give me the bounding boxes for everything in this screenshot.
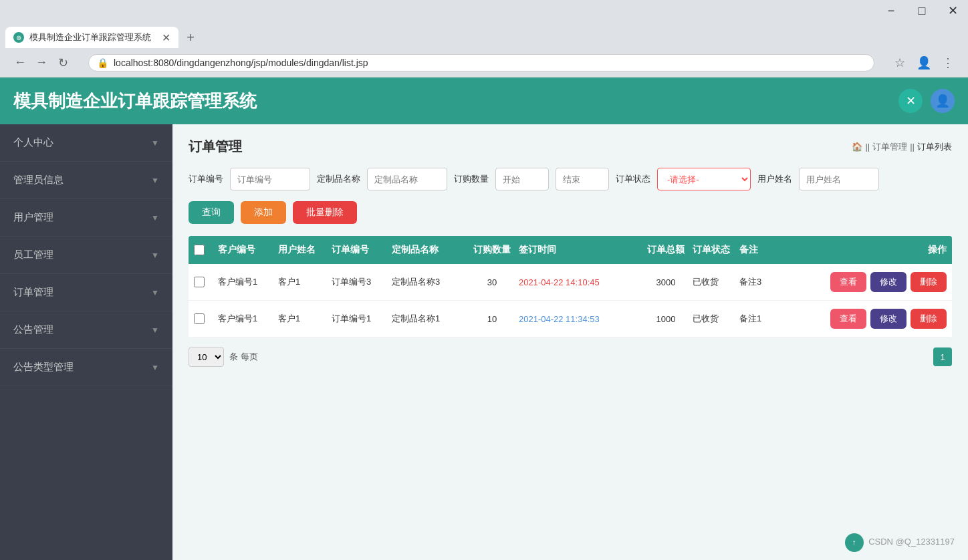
search-bar: 订单编号 定制品名称 订购数量 订单状态 -请选择- 已收货 待发货 已发货 已… [189,168,952,190]
status-label: 订单状态 [616,173,650,185]
row2-customer-id: 客户编号1 [218,313,278,325]
row1-customer-id: 客户编号1 [218,276,278,288]
chevron-down-icon: ▼ [151,138,159,148]
row2-quantity: 10 [465,314,519,324]
close-button[interactable]: ✕ [937,0,968,21]
table-wrapper: 客户编号 用户姓名 订单编号 定制品名称 订购数量 签订时间 订单总额 订单状态… [189,236,952,337]
row1-sign-time: 2021-04-22 14:10:45 [519,277,639,287]
row2-status: 已收货 [693,313,739,325]
breadcrumb-sep2: || [910,142,915,152]
page-header: 订单管理 🏠 || 订单管理 || 订单列表 [189,138,952,156]
sidebar-item-staff-management[interactable]: 员工管理 ▼ [0,237,172,274]
batch-delete-button[interactable]: 批量删除 [293,201,357,224]
table-row: 客户编号1 客户1 订单编号3 定制品名称3 30 2021-04-22 14:… [189,264,952,301]
app-title: 模具制造企业订单跟踪管理系统 [13,90,257,113]
row2-remark: 备注1 [739,313,779,325]
sidebar-item-admin-info[interactable]: 管理员信息 ▼ [0,162,172,199]
action-bar: 查询 添加 批量删除 [189,201,952,224]
row1-edit-button[interactable]: 修改 [870,272,906,292]
sidebar-item-personal-center[interactable]: 个人中心 ▼ [0,124,172,162]
quantity-start-input[interactable] [495,168,549,190]
row2-delete-button[interactable]: 删除 [911,309,947,329]
add-button[interactable]: 添加 [241,201,286,224]
select-all-checkbox[interactable] [194,245,205,255]
bookmark-button[interactable]: ☆ [890,53,909,72]
row2-edit-button[interactable]: 修改 [870,309,906,329]
page-1-button[interactable]: 1 [933,347,952,366]
home-icon[interactable]: 🏠 [852,142,862,152]
sidebar-item-notice-management[interactable]: 公告管理 ▼ [0,311,172,349]
row2-actions: 查看 修改 删除 [779,309,947,329]
row2-total: 1000 [639,314,693,324]
row1-delete-button[interactable]: 删除 [911,272,947,292]
row2-order-id: 订单编号1 [332,313,392,325]
chevron-down-icon: ▼ [151,251,159,260]
minimize-button[interactable]: − [876,0,906,21]
new-tab-button[interactable]: + [181,28,200,47]
url-input[interactable] [114,57,866,68]
tab-title: 模具制造企业订单跟踪管理系统 [29,31,151,43]
profile-button[interactable]: 👤 [915,53,933,72]
breadcrumb: 🏠 || 订单管理 || 订单列表 [852,141,952,153]
reload-button[interactable]: ↻ [53,53,72,72]
col-header-status: 订单状态 [693,244,739,256]
col-header-total: 订单总额 [639,244,693,256]
chevron-down-icon: ▼ [151,363,159,372]
per-page-select[interactable]: 10 20 50 [189,347,224,367]
settings-icon-button[interactable]: ✕ [898,89,923,113]
row1-checkbox[interactable] [194,277,205,287]
username-input[interactable] [799,168,879,190]
back-button[interactable]: ← [11,53,29,72]
chevron-down-icon: ▼ [151,176,159,185]
menu-button[interactable]: ⋮ [939,53,957,72]
quantity-end-input[interactable] [556,168,609,190]
breadcrumb-sep1: || [865,142,870,152]
per-page-label: 条 每页 [229,351,258,363]
main-content: 订单管理 🏠 || 订单管理 || 订单列表 订单编号 定制品名称 订购数量 [172,124,968,560]
row1-username: 客户1 [278,276,332,288]
product-name-input[interactable] [367,168,447,190]
browser-tab[interactable]: ⊕ 模具制造企业订单跟踪管理系统 ✕ [5,27,178,48]
lock-icon: 🔒 [97,57,108,68]
breadcrumb-item2: 订单列表 [917,141,952,153]
chevron-down-icon: ▼ [151,213,159,223]
row1-order-id: 订单编号3 [332,276,392,288]
row2-product-name: 定制品名称1 [392,313,465,325]
row1-view-button[interactable]: 查看 [830,272,866,292]
user-icon-button[interactable]: 👤 [931,89,955,113]
row1-total: 3000 [639,277,693,287]
col-header-actions: 操作 [779,244,947,256]
product-name-label: 定制品名称 [317,173,360,185]
forward-button[interactable]: → [32,53,51,72]
row1-actions: 查看 修改 删除 [779,272,947,292]
watermark: ↑ CSDN @Q_12331197 [845,533,955,552]
row1-quantity: 30 [465,277,519,287]
sidebar-item-notice-type-management[interactable]: 公告类型管理 ▼ [0,349,172,386]
col-header-customer-id: 客户编号 [218,244,278,256]
col-header-order-id: 订单编号 [332,244,392,256]
search-button[interactable]: 查询 [189,201,234,224]
table-header: 客户编号 用户姓名 订单编号 定制品名称 订购数量 签订时间 订单总额 订单状态… [189,236,952,264]
quantity-label: 订购数量 [454,173,489,185]
table-row: 客户编号1 客户1 订单编号1 定制品名称1 10 2021-04-22 11:… [189,301,952,337]
sidebar-item-order-management[interactable]: 订单管理 ▼ [0,274,172,311]
row2-checkbox[interactable] [194,313,205,324]
favicon-icon: ⊕ [13,32,24,43]
page-title: 订单管理 [189,138,242,156]
address-bar[interactable]: 🔒 [88,54,874,72]
row2-view-button[interactable]: 查看 [830,309,866,329]
pagination-bar: 10 20 50 条 每页 1 [189,347,952,367]
maximize-button[interactable]: □ [906,0,937,21]
status-select[interactable]: -请选择- 已收货 待发货 已发货 已取消 [657,168,751,190]
col-header-sign-time: 签订时间 [519,244,639,256]
col-header-remark: 备注 [739,244,779,256]
row2-username: 客户1 [278,313,332,325]
row1-remark: 备注3 [739,276,779,288]
tab-close-button[interactable]: ✕ [162,31,170,44]
sidebar-item-user-management[interactable]: 用户管理 ▼ [0,199,172,237]
order-id-input[interactable] [230,168,310,190]
col-header-username: 用户姓名 [278,244,332,256]
breadcrumb-item1[interactable]: 订单管理 [872,141,907,153]
username-label: 用户姓名 [757,173,792,185]
row1-product-name: 定制品名称3 [392,276,465,288]
